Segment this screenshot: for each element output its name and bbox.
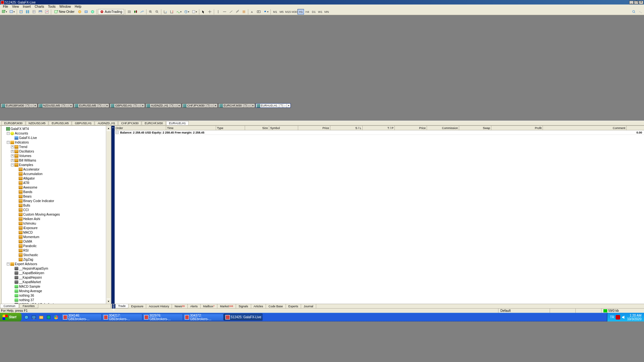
nav-indicator-group[interactable]: + Bill Williams bbox=[3, 158, 110, 162]
chart-tab[interactable]: NZDUSD,M5 bbox=[26, 121, 49, 125]
column-header[interactable]: Price bbox=[395, 126, 427, 130]
navigator-button[interactable] bbox=[31, 9, 37, 14]
nav-ea[interactable]: MACD Sample bbox=[3, 284, 110, 289]
nav-indicator[interactable]: OsMA bbox=[3, 239, 110, 244]
nav-indicator[interactable]: Ichimoku bbox=[3, 221, 110, 226]
mdi-max-icon[interactable]: □ bbox=[29, 104, 33, 107]
nav-ea[interactable]: nothing 37 bbox=[3, 298, 110, 302]
templates-button[interactable]: ▾ bbox=[191, 9, 198, 14]
terminal-tab-account-history[interactable]: Account History bbox=[146, 304, 172, 308]
nav-tab-common[interactable]: Common bbox=[0, 304, 19, 308]
mdi-restore-icon[interactable]: ❐ bbox=[133, 104, 137, 107]
mdi-restore-icon[interactable]: ❐ bbox=[279, 104, 283, 107]
nav-indicator[interactable]: Binary Code Indicator bbox=[3, 199, 110, 203]
nav-ea[interactable]: __HepsiniKapatSym bbox=[3, 266, 110, 271]
nav-indicator[interactable]: Alligator bbox=[3, 176, 110, 181]
column-header[interactable]: Time bbox=[166, 126, 216, 130]
terminal-tab-code-base[interactable]: Code Base bbox=[266, 304, 286, 308]
nav-tab-favorites[interactable]: Favorites bbox=[19, 304, 38, 308]
expert-advisors-button[interactable] bbox=[83, 9, 89, 14]
column-header[interactable]: Order bbox=[115, 126, 166, 130]
ql-ie-icon[interactable] bbox=[23, 314, 30, 321]
mdi-restore-icon[interactable]: ❐ bbox=[25, 104, 29, 107]
ql-desktop-icon[interactable] bbox=[30, 314, 37, 321]
horizontal-line-button[interactable] bbox=[222, 9, 228, 14]
maximize-button[interactable]: ❐ bbox=[634, 1, 639, 4]
column-header[interactable]: Price bbox=[298, 126, 330, 130]
search-button[interactable] bbox=[631, 9, 637, 14]
timeframe-w1[interactable]: W1 bbox=[317, 9, 323, 14]
nav-examples[interactable]: − Examples bbox=[3, 162, 110, 167]
mdi-close-icon[interactable]: ✕ bbox=[177, 104, 181, 107]
nav-root[interactable]: GalaFX MT4 bbox=[3, 126, 110, 131]
timeframe-h1[interactable]: H1 bbox=[298, 9, 304, 14]
terminal-tab-news[interactable]: News 99 bbox=[172, 304, 187, 308]
nav-indicator-group[interactable]: + Oscillators bbox=[3, 149, 110, 153]
scroll-up-arrow[interactable]: ▴ bbox=[106, 126, 111, 131]
market-watch-button[interactable] bbox=[18, 9, 24, 14]
mdi-close-icon[interactable]: ✕ bbox=[33, 104, 37, 107]
mdi-close-icon[interactable]: ✕ bbox=[69, 104, 73, 107]
mdi-restore-icon[interactable]: ❐ bbox=[169, 104, 173, 107]
taskbar-task[interactable]: 304217: GBEbrokers-... bbox=[102, 314, 142, 321]
nav-indicator[interactable]: Stochastic bbox=[3, 253, 110, 257]
nav-indicator[interactable]: Momentum bbox=[3, 235, 110, 239]
taskbar-task[interactable]: 304372: GBEbrokers-... bbox=[183, 314, 223, 321]
mql5-button[interactable] bbox=[637, 9, 643, 14]
data-window-button[interactable] bbox=[24, 9, 31, 14]
ql-chrome-icon[interactable] bbox=[52, 314, 60, 321]
tray-shield-icon[interactable] bbox=[616, 315, 620, 320]
menu-charts[interactable]: Charts bbox=[33, 5, 46, 8]
nav-indicator-group[interactable]: + Trend bbox=[3, 144, 110, 149]
nav-ea[interactable]: __KapatMarket bbox=[3, 280, 110, 284]
chart-tab[interactable]: EURGBP,M30 bbox=[1, 121, 25, 125]
taskbar-task[interactable]: 304146: GBEbrokers-... bbox=[62, 314, 102, 321]
profiles-button[interactable]: ▾ bbox=[8, 9, 16, 14]
menu-tools[interactable]: Tools bbox=[46, 5, 57, 8]
chart-tab[interactable]: EURCHF,M30 bbox=[142, 121, 166, 125]
column-header[interactable]: Profit bbox=[491, 126, 543, 130]
mdi-window[interactable]: CHFJPY,M30 ❐ □ ✕ bbox=[182, 103, 218, 108]
system-tray[interactable]: TR 1:20 AM 10/3/2020 bbox=[607, 313, 644, 321]
chart-tab[interactable]: AUDNZD.,H1 bbox=[95, 121, 118, 125]
autotrading-button[interactable]: AutoTrading bbox=[98, 9, 124, 14]
nav-indicator-group[interactable]: + Volumes bbox=[3, 153, 110, 158]
menu-file[interactable]: File bbox=[1, 5, 10, 8]
nav-indicator[interactable]: ATR bbox=[3, 181, 110, 185]
text-button[interactable]: A bbox=[249, 9, 255, 14]
mdi-max-icon[interactable]: □ bbox=[101, 104, 105, 107]
mdi-restore-icon[interactable]: ❐ bbox=[243, 104, 247, 107]
mdi-max-icon[interactable]: □ bbox=[65, 104, 69, 107]
mdi-close-icon[interactable]: ✕ bbox=[141, 104, 145, 107]
nav-indicator[interactable]: Accumulation bbox=[3, 172, 110, 176]
chart-tab[interactable]: EURAUD,H1 bbox=[166, 121, 189, 125]
minimize-button[interactable]: _ bbox=[629, 1, 634, 4]
nav-account-item[interactable]: GalaFX-Live bbox=[3, 135, 110, 140]
column-header[interactable]: Size bbox=[245, 126, 269, 130]
nav-ea[interactable]: nothing 36 bbox=[3, 293, 110, 298]
cursor-button[interactable] bbox=[200, 9, 206, 14]
nav-indicator[interactable]: Heiken Ashi bbox=[3, 217, 110, 221]
terminal-tab-signals[interactable]: Signals bbox=[236, 304, 251, 308]
nav-indicator[interactable]: ZigZag bbox=[3, 257, 110, 262]
mdi-restore-icon[interactable]: ❐ bbox=[97, 104, 101, 107]
taskbar-task[interactable]: 302976: GBEbrokers-... bbox=[143, 314, 183, 321]
expand-icon[interactable]: + bbox=[11, 159, 14, 162]
nav-indicator[interactable]: Bears bbox=[3, 194, 110, 199]
auto-scroll-button[interactable] bbox=[162, 9, 168, 14]
timeframe-mn[interactable]: MN bbox=[323, 9, 330, 14]
expand-icon[interactable]: + bbox=[11, 154, 14, 157]
column-header[interactable]: T / P bbox=[363, 126, 395, 130]
terminal-tab-experts[interactable]: Experts bbox=[286, 304, 301, 308]
expand-icon[interactable]: + bbox=[11, 145, 14, 148]
balance-row[interactable]: − Balance: 2 258.45 USD Equity: 2 258.45… bbox=[115, 130, 644, 135]
scroll-thumb[interactable] bbox=[106, 131, 111, 299]
mdi-restore-icon[interactable]: ❐ bbox=[206, 104, 210, 107]
mdi-max-icon[interactable]: □ bbox=[283, 104, 287, 107]
menu-view[interactable]: View bbox=[10, 5, 21, 8]
mdi-window[interactable]: EURCHF,M30 ❐ □ ✕ bbox=[218, 103, 255, 108]
mdi-close-icon[interactable]: ✕ bbox=[105, 104, 109, 107]
chart-tab[interactable]: EURUSD,M5 bbox=[49, 121, 71, 125]
expand-icon[interactable]: − bbox=[11, 163, 14, 166]
timeframe-m15[interactable]: M15 bbox=[285, 9, 291, 14]
